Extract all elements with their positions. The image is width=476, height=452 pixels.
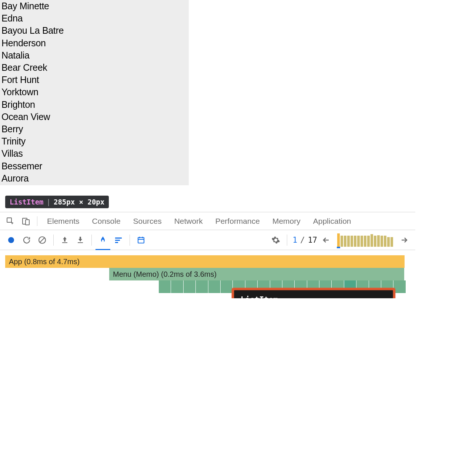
commit-bar[interactable] bbox=[374, 236, 376, 247]
commit-separator: / bbox=[300, 236, 305, 245]
clear-icon[interactable] bbox=[36, 234, 48, 246]
commit-bar[interactable] bbox=[377, 235, 380, 247]
flame-bar-app[interactable]: App (0.8ms of 4.7ms) bbox=[5, 255, 405, 268]
device-toolbar-icon[interactable] bbox=[21, 216, 31, 226]
commit-bar[interactable] bbox=[381, 236, 383, 247]
menu-list[interactable]: Bay MinetteEdnaBayou La BatreHendersonNa… bbox=[0, 0, 189, 185]
tab-memory[interactable]: Memory bbox=[269, 217, 304, 226]
commit-navigator: 1 / 17 bbox=[292, 233, 410, 247]
commit-bar[interactable] bbox=[384, 236, 386, 247]
flame-bar-menu[interactable]: Menu (Memo) (0.2ms of 3.6ms) bbox=[109, 268, 404, 280]
list-item[interactable]: Bay Minette bbox=[0, 0, 189, 12]
reload-icon[interactable] bbox=[21, 234, 33, 246]
list-item[interactable]: Trinity bbox=[0, 135, 189, 147]
flame-bar-listitem[interactable] bbox=[393, 280, 405, 293]
flame-bar-listitem[interactable] bbox=[184, 280, 195, 293]
list-item[interactable]: Bayou La Batre bbox=[0, 24, 189, 37]
commit-bar-chart[interactable] bbox=[337, 233, 393, 247]
badge-divider: | bbox=[47, 198, 51, 206]
list-item[interactable]: Fort Hunt bbox=[0, 74, 189, 86]
svg-rect-5 bbox=[62, 242, 67, 243]
tab-divider bbox=[37, 216, 37, 226]
inspected-dimensions: 285px × 20px bbox=[54, 198, 104, 206]
list-item[interactable]: Aurora bbox=[0, 172, 189, 185]
flame-bar-listitem[interactable] bbox=[171, 280, 183, 293]
list-item[interactable]: Berry bbox=[0, 123, 189, 135]
commit-bar[interactable] bbox=[361, 236, 363, 247]
commit-bar[interactable] bbox=[371, 234, 373, 247]
svg-point-3 bbox=[8, 237, 14, 243]
tab-network[interactable]: Network bbox=[171, 217, 207, 226]
tab-application[interactable]: Application bbox=[309, 217, 355, 226]
tab-performance[interactable]: Performance bbox=[212, 217, 264, 226]
settings-gear-icon[interactable] bbox=[270, 234, 282, 246]
flame-bar-listitem[interactable] bbox=[208, 280, 220, 293]
toolbar-divider bbox=[91, 235, 92, 246]
timeline-icon[interactable] bbox=[135, 234, 147, 246]
list-item[interactable]: Ocean View bbox=[0, 111, 189, 123]
record-icon[interactable] bbox=[5, 234, 17, 246]
import-icon[interactable] bbox=[59, 234, 71, 246]
devtools-tab-bar: Elements Console Sources Network Perform… bbox=[0, 212, 415, 230]
devtools-panel: Elements Console Sources Network Perform… bbox=[0, 212, 415, 298]
flame-bar-listitem[interactable] bbox=[221, 280, 232, 293]
toolbar-divider bbox=[130, 235, 130, 246]
list-item[interactable]: Yorktown bbox=[0, 86, 189, 98]
render-tooltip: ListItem <0.1ms of 0.1ms Why did this re… bbox=[234, 290, 393, 298]
commit-bar[interactable] bbox=[341, 236, 343, 247]
list-item[interactable]: Brighton bbox=[0, 99, 189, 111]
commit-bar[interactable] bbox=[347, 236, 350, 247]
commit-bar[interactable] bbox=[337, 233, 340, 247]
commit-current: 1 bbox=[292, 236, 297, 245]
flamegraph-chart: App (0.8ms of 4.7ms) Menu (Memo) (0.2ms … bbox=[0, 250, 415, 298]
commit-bar[interactable] bbox=[387, 237, 390, 247]
next-commit-icon[interactable] bbox=[398, 234, 410, 246]
svg-rect-7 bbox=[115, 237, 122, 239]
list-item[interactable]: Henderson bbox=[0, 37, 189, 49]
flame-bar-listitem[interactable] bbox=[159, 280, 171, 293]
commit-bar[interactable] bbox=[344, 236, 346, 247]
commit-bar[interactable] bbox=[367, 236, 370, 247]
svg-rect-10 bbox=[138, 237, 144, 243]
svg-rect-9 bbox=[115, 242, 118, 243]
list-item[interactable]: Bessemer bbox=[0, 160, 189, 172]
tab-console[interactable]: Console bbox=[88, 217, 124, 226]
list-item[interactable]: Bear Creek bbox=[0, 62, 189, 74]
profiler-toolbar: 1 / 17 bbox=[0, 230, 415, 250]
export-icon[interactable] bbox=[74, 234, 86, 246]
inspect-element-icon[interactable] bbox=[5, 216, 16, 226]
list-item[interactable]: Edna bbox=[0, 12, 189, 24]
list-item[interactable]: Villas bbox=[0, 147, 189, 160]
commit-bar[interactable] bbox=[390, 237, 393, 247]
list-item[interactable]: Natalia bbox=[0, 49, 189, 62]
commit-bar[interactable] bbox=[351, 236, 353, 247]
svg-rect-8 bbox=[115, 240, 120, 241]
svg-rect-6 bbox=[78, 242, 83, 243]
ranked-tab-icon[interactable] bbox=[113, 234, 124, 246]
tab-elements[interactable]: Elements bbox=[43, 217, 83, 226]
commit-bar[interactable] bbox=[357, 236, 360, 247]
commit-bar[interactable] bbox=[364, 236, 366, 247]
commit-bar[interactable] bbox=[354, 236, 356, 247]
flamegraph-tab-icon[interactable] bbox=[97, 234, 109, 246]
prev-commit-icon[interactable] bbox=[320, 234, 332, 246]
commit-total: 17 bbox=[308, 236, 317, 245]
tooltip-component-name: ListItem bbox=[241, 295, 386, 298]
toolbar-divider bbox=[287, 235, 287, 246]
toolbar-divider bbox=[53, 235, 54, 246]
flame-bar-listitem[interactable] bbox=[196, 280, 208, 293]
svg-rect-2 bbox=[26, 220, 29, 225]
inspected-component-name: ListItem bbox=[10, 198, 44, 206]
tab-sources[interactable]: Sources bbox=[130, 217, 165, 226]
inspector-dimensions-badge: ListItem | 285px × 20px bbox=[5, 196, 109, 208]
